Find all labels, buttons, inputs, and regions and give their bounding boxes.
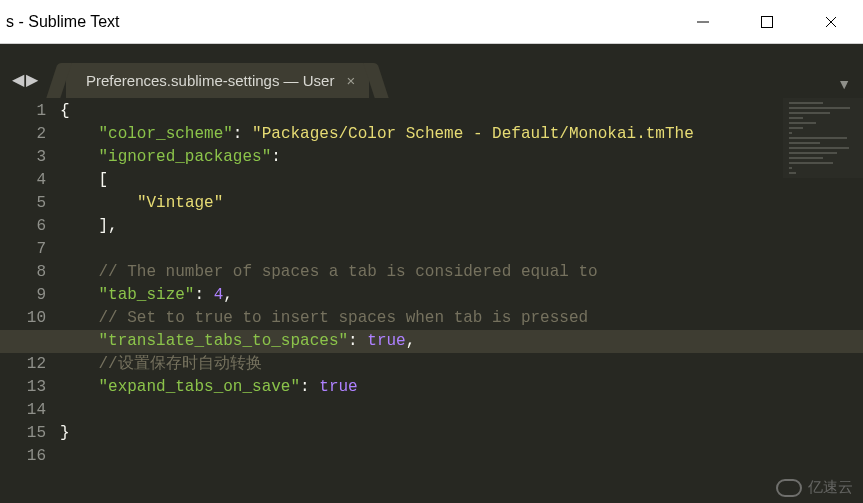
minimize-icon — [696, 15, 710, 29]
nav-forward-icon[interactable]: ▶ — [26, 72, 38, 88]
watermark-text: 亿速云 — [808, 478, 853, 497]
code-line[interactable] — [60, 238, 694, 261]
nav-back-icon[interactable]: ◀ — [12, 72, 24, 88]
line-number: 8 — [0, 261, 46, 284]
code-line[interactable]: // Set to true to insert spaces when tab… — [60, 307, 694, 330]
tab-label: Preferences.sublime-settings — User — [86, 72, 334, 89]
line-number: 1 — [0, 100, 46, 123]
line-number: 15 — [0, 422, 46, 445]
line-number: 2 — [0, 123, 46, 146]
window-controls — [671, 0, 863, 43]
code-line[interactable]: //设置保存时自动转换 — [60, 353, 694, 376]
code-line[interactable]: "ignored_packages": — [60, 146, 694, 169]
window-titlebar: s - Sublime Text — [0, 0, 863, 44]
line-number: 16 — [0, 445, 46, 468]
gutter: 12345678910111213141516 — [0, 98, 60, 468]
tab-menu-icon[interactable]: ▼ — [837, 76, 851, 92]
editor-area: ◀ ▶ Preferences.sublime-settings — User … — [0, 44, 863, 503]
line-number: 12 — [0, 353, 46, 376]
window-title: s - Sublime Text — [6, 13, 120, 31]
close-icon — [824, 15, 838, 29]
minimize-button[interactable] — [671, 0, 735, 43]
code-line[interactable] — [60, 445, 694, 468]
code-line[interactable]: "color_scheme": "Packages/Color Scheme -… — [60, 123, 694, 146]
line-number: 6 — [0, 215, 46, 238]
line-number: 5 — [0, 192, 46, 215]
minimap-preview — [783, 98, 863, 181]
line-number: 9 — [0, 284, 46, 307]
code-line[interactable] — [60, 399, 694, 422]
tab-strip: ◀ ▶ Preferences.sublime-settings — User … — [0, 58, 863, 98]
line-number: 13 — [0, 376, 46, 399]
code-line[interactable]: // The number of spaces a tab is conside… — [60, 261, 694, 284]
code-line[interactable]: "tab_size": 4, — [60, 284, 694, 307]
line-number: 14 — [0, 399, 46, 422]
line-number: 7 — [0, 238, 46, 261]
tab-nav-arrows: ◀ ▶ — [6, 72, 46, 98]
code-line[interactable]: } — [60, 422, 694, 445]
code-area[interactable]: 12345678910111213141516 { "color_scheme"… — [0, 98, 863, 468]
code-line[interactable]: "expand_tabs_on_save": true — [60, 376, 694, 399]
svg-rect-1 — [762, 16, 773, 27]
tab-preferences[interactable]: Preferences.sublime-settings — User × — [66, 63, 369, 98]
code-line[interactable]: "translate_tabs_to_spaces": true, — [60, 330, 694, 353]
watermark: 亿速云 — [776, 478, 853, 497]
maximize-button[interactable] — [735, 0, 799, 43]
code-content[interactable]: { "color_scheme": "Packages/Color Scheme… — [60, 98, 694, 468]
code-line[interactable]: ], — [60, 215, 694, 238]
close-button[interactable] — [799, 0, 863, 43]
code-line[interactable]: [ — [60, 169, 694, 192]
line-number: 10 — [0, 307, 46, 330]
line-number: 3 — [0, 146, 46, 169]
maximize-icon — [760, 15, 774, 29]
code-line[interactable]: { — [60, 100, 694, 123]
tab-close-icon[interactable]: × — [346, 72, 355, 89]
code-line[interactable]: "Vintage" — [60, 192, 694, 215]
cloud-icon — [776, 479, 802, 497]
minimap[interactable] — [783, 98, 863, 178]
line-number: 4 — [0, 169, 46, 192]
